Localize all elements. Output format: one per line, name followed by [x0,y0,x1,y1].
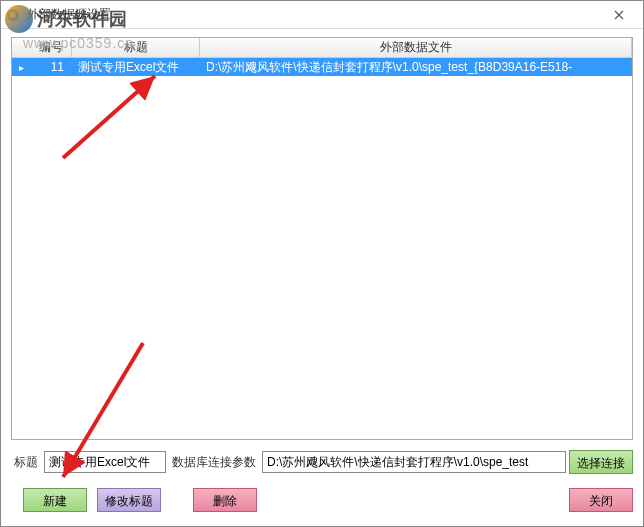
app-icon [5,7,21,23]
svg-point-1 [10,12,16,18]
window-frame: 外部数据源设置 编号 标题 外部数据文件 ▸ 11 测试专用Excel文件 D:… [0,0,644,527]
expand-toggle[interactable]: ▸ [12,61,30,74]
conn-input[interactable] [262,451,566,473]
conn-label: 数据库连接参数 [169,454,259,471]
data-table: 编号 标题 外部数据文件 ▸ 11 测试专用Excel文件 D:\苏州飕风软件\… [11,37,633,440]
column-header-title[interactable]: 标题 [72,37,200,58]
column-header-no[interactable]: 编号 [30,37,72,58]
new-button[interactable]: 新建 [23,488,87,512]
button-row: 新建 修改标题 删除 关闭 [11,488,633,518]
delete-button[interactable]: 删除 [193,488,257,512]
window-title: 外部数据源设置 [27,6,599,23]
select-connection-button[interactable]: 选择连接 [569,450,633,474]
edit-title-button[interactable]: 修改标题 [97,488,161,512]
cell-title: 测试专用Excel文件 [72,58,200,77]
close-window-button[interactable] [599,3,639,27]
title-label: 标题 [11,454,41,471]
close-button[interactable]: 关闭 [569,488,633,512]
table-row[interactable]: ▸ 11 测试专用Excel文件 D:\苏州飕风软件\快递信封套打程序\v1.0… [12,58,632,76]
table-body: ▸ 11 测试专用Excel文件 D:\苏州飕风软件\快递信封套打程序\v1.0… [12,58,632,439]
title-input[interactable] [44,451,166,473]
cell-file: D:\苏州飕风软件\快递信封套打程序\v1.0\spe_test_{B8D39A… [200,58,632,77]
content-area: 编号 标题 外部数据文件 ▸ 11 测试专用Excel文件 D:\苏州飕风软件\… [1,29,643,526]
cell-no: 11 [30,59,72,75]
titlebar: 外部数据源设置 [1,1,643,29]
form-row: 标题 数据库连接参数 选择连接 [11,450,633,474]
column-header-file[interactable]: 外部数据文件 [200,37,632,58]
table-header: 编号 标题 外部数据文件 [12,38,632,58]
